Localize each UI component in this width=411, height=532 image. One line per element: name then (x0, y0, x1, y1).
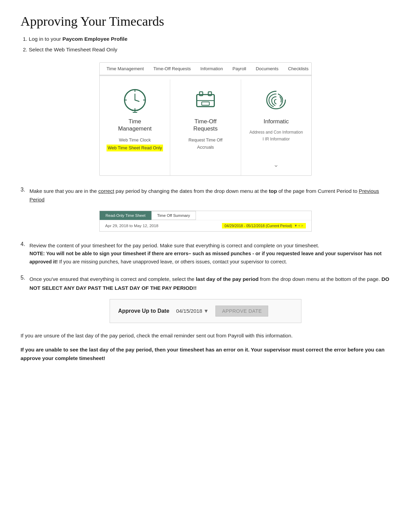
approve-date-select[interactable]: 04/15/2018 ▼ (176, 308, 209, 314)
approve-dropdown-arrow-icon[interactable]: ▼ (203, 308, 209, 314)
step-5-number: 5. (21, 275, 27, 292)
step-4-main-text: Review the content of your timesheet for… (29, 241, 390, 250)
approve-date-value: 04/15/2018 (176, 308, 202, 314)
chevron-down-icon: ⌄ (273, 161, 279, 169)
timesheet-screenshot: Read-Only Time Sheet Time Off Summary Ap… (99, 211, 312, 232)
step-3-row: 3. Make sure that you are in the correct… (21, 187, 390, 204)
ts-date-range: Apr 29, 2018 to May 12, 2018 (105, 223, 158, 228)
para-2-bold: If you are unable to see the last day of… (21, 347, 385, 361)
tile-link-web-time-clock[interactable]: Web Time Clock (119, 137, 151, 143)
tile-link-web-timesheet[interactable]: Web Time Sheet Read Only (107, 145, 163, 151)
tile-information-title: Informatic (263, 118, 289, 125)
paycom-screenshot: Time Management Time-Off Requests Inform… (99, 62, 312, 176)
step-4-row: 4. Review the content of your timesheet … (21, 241, 390, 270)
step-5-content: Once you've ensured that everything is c… (29, 275, 390, 292)
fingerprint-icon (262, 86, 290, 114)
nav-time-management[interactable]: Time Management (107, 66, 144, 71)
nav-information[interactable]: Information (200, 66, 223, 71)
ts-period-text: 04/29/2018 - 05/12/2018 (Current Period) (225, 224, 292, 228)
ts-tabs: Read-Only Time Sheet Time Off Summary (100, 211, 311, 220)
previous-period-underline: Previous Period (29, 188, 379, 202)
tile-time-management-title: TimeManagement (118, 118, 152, 133)
page-title: Approving Your Timecards (21, 14, 390, 29)
para-2: If you are unable to see the last day of… (21, 345, 390, 362)
ts-nav-arrows[interactable]: ▼ < > (294, 224, 303, 227)
paycom-tiles: TimeManagement Web Time Clock Web Time S… (100, 75, 311, 175)
nav-documents[interactable]: Documents (256, 66, 278, 71)
tab-timeoff-summary[interactable]: Time Off Summary (151, 211, 196, 220)
ts-period-badge: 04/29/2018 - 05/12/2018 (Current Period)… (222, 223, 306, 228)
svg-rect-14 (202, 102, 209, 105)
tile-link-accruals[interactable]: Accruals (197, 145, 214, 150)
step-4-content: Review the content of your timesheet for… (29, 241, 390, 270)
step-4-note-bold: NOTE: You will not be able to sign your … (29, 251, 382, 264)
approve-date-button[interactable]: APPROVE DATE (215, 306, 268, 317)
tile-information: Informatic Address and Con Information I… (241, 79, 311, 175)
approve-screenshot: Approve Up to Date 04/15/2018 ▼ APPROVE … (110, 299, 301, 323)
clock-icon (121, 86, 149, 114)
tile-link-request-timeoff[interactable]: Request Time Off (188, 137, 222, 143)
para-1: If you are unsure of the last day of the… (21, 331, 390, 340)
step-1: Log in to your Paycom Employee Profile (29, 35, 390, 44)
step-5-text: Once you've ensured that everything is c… (29, 275, 390, 292)
step-4-number: 4. (21, 241, 27, 270)
tile-timeoff-title: Time-OffRequests (194, 118, 218, 133)
approve-label: Approve Up to Date (118, 308, 169, 314)
intro-steps-list: Log in to your Paycom Employee Profile S… (29, 35, 390, 54)
nav-checklists[interactable]: Checklists (288, 66, 309, 71)
timeoff-icon (192, 86, 219, 114)
step-5-row: 5. Once you've ensured that everything i… (21, 275, 390, 292)
svg-line-6 (135, 100, 139, 101)
correct-underline: correct (98, 188, 114, 194)
tile-info-link2[interactable]: I IR Informatior (263, 137, 290, 142)
step-3-text: Make sure that you are in the correct pa… (29, 187, 390, 204)
ts-date-row: Apr 29, 2018 to May 12, 2018 04/29/2018 … (100, 220, 311, 231)
step-2: Select the Web Timesheet Read Only (29, 46, 390, 54)
tab-read-only-timesheet[interactable]: Read-Only Time Sheet (100, 211, 151, 220)
step-5-bold-last-day: last day of the pay period (196, 276, 259, 282)
tile-timeoff-requests: Time-OffRequests Request Time Off Accrua… (170, 79, 241, 175)
tile-info-link1[interactable]: Address and Con Information (249, 130, 303, 135)
step-4-note: NOTE: You will not be able to sign your … (29, 250, 390, 266)
paycom-nav: Time Management Time-Off Requests Inform… (100, 63, 311, 75)
tile-time-management: TimeManagement Web Time Clock Web Time S… (100, 79, 170, 175)
nav-payroll[interactable]: Payroll (233, 66, 246, 71)
nav-timeoff-requests[interactable]: Time-Off Requests (153, 66, 191, 71)
step-3-number: 3. (21, 187, 27, 204)
